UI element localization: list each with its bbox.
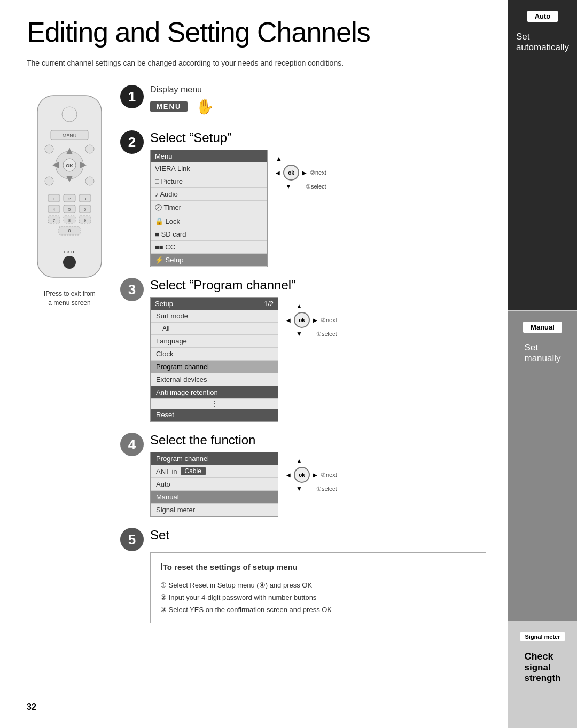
ant-label: ANT in	[156, 467, 177, 475]
setup-item-dots: ⋮	[151, 399, 278, 409]
step-3-title: Select “Program channel”	[150, 278, 486, 293]
func-item-auto: Auto	[151, 478, 278, 491]
svg-text:3: 3	[84, 197, 87, 201]
step-1: 1 Display menu MENU ✋	[120, 85, 486, 120]
svg-text:5: 5	[68, 207, 71, 212]
nav-select-3: ①select	[316, 331, 337, 338]
reset-title: ITo reset the settings of setup menu	[160, 559, 476, 576]
svg-point-14	[85, 177, 94, 185]
sidebar: Auto Set automatically Manual Set manual…	[508, 0, 577, 728]
svg-text:7: 7	[53, 218, 56, 223]
step-4-circle: 4	[120, 433, 144, 456]
setup-item-clock: Clock	[151, 348, 278, 361]
auto-automatically: automatically	[516, 42, 569, 53]
step-2: 2 Select “Setup” Menu VIERA Link □ Pictu…	[120, 130, 486, 267]
step-2-nav-controls: ▲ ◀ ok ▶ ②next ▼ ①select	[276, 155, 326, 190]
setup-header-label: Setup	[155, 300, 173, 308]
nav-next-3: ②next	[321, 317, 337, 324]
step-2-nav: Menu VIERA Link □ Picture ♪ Audio Ⓩ Time…	[150, 150, 486, 267]
sidebar-auto: Auto Set automatically	[508, 0, 577, 311]
svg-point-11	[45, 145, 53, 153]
auto-badge: Auto	[527, 11, 558, 22]
setup-header-page: 1/2	[264, 300, 274, 308]
step-3-nav: Setup 1/2 Surf mode All Language Clock P…	[150, 297, 486, 422]
setup-item-language: Language	[151, 335, 278, 348]
remote-svg: MENU OK	[27, 90, 112, 293]
step-2-content: Select “Setup” Menu VIERA Link □ Picture…	[150, 130, 486, 267]
svg-text:0: 0	[68, 228, 71, 233]
step-3-nav-controls: ▲ ◀ ok ▶ ②next ▼ ①select	[286, 302, 337, 338]
step-1-content: Display menu MENU ✋	[150, 85, 486, 120]
setup-item-program: Program channel	[151, 361, 278, 373]
step-5: 5 Set ITo reset the settings of setup me…	[120, 528, 486, 623]
menu-item-sd: ■ SD card	[151, 228, 267, 241]
step-2-circle: 2	[120, 130, 144, 154]
svg-text:4: 4	[53, 207, 56, 212]
step-5-circle: 5	[120, 528, 144, 551]
reset-step-3: ③ Select YES on the confirmation screen …	[160, 604, 476, 616]
svg-text:MENU: MENU	[63, 133, 77, 138]
setup-item-surf: Surf mode	[151, 310, 278, 323]
step-2-title: Select “Setup”	[150, 130, 486, 145]
auto-label: Set automatically	[516, 32, 569, 53]
svg-point-12	[85, 145, 94, 153]
func-item-signal: Signal meter	[151, 504, 278, 516]
menu-item-picture: □ Picture	[151, 175, 267, 188]
step-1-row: MENU OK	[27, 85, 486, 623]
sidebar-signal: Signal meter Check signal strength	[508, 621, 577, 728]
menu-item-lock: 🔒 Lock	[151, 215, 267, 228]
svg-text:8: 8	[68, 218, 71, 223]
nav-next-4: ②next	[321, 472, 337, 479]
press-text: Press to exit from	[45, 290, 95, 298]
step-3-header: Setup 1/2	[151, 298, 278, 310]
svg-text:OK: OK	[66, 163, 73, 168]
set-divider	[175, 538, 486, 538]
setup-item-reset: Reset	[151, 409, 278, 421]
nav-next-2: ②next	[310, 169, 326, 176]
step-2-menu-header: Menu	[151, 150, 267, 162]
manual-manually: manually	[524, 353, 560, 364]
reset-step-1: ① Select Reset in Setup menu (④) and pre…	[160, 579, 476, 591]
step-4-header: Program channel	[151, 452, 278, 465]
nav-select-4: ①select	[316, 486, 337, 492]
svg-point-36	[63, 256, 76, 269]
strength-label: strength	[525, 673, 561, 684]
check-label: Check	[525, 651, 561, 662]
setup-item-all: All	[151, 323, 278, 335]
step-5-content: Set ITo reset the settings of setup menu…	[150, 528, 486, 623]
svg-text:6: 6	[84, 207, 87, 212]
step-1-circle: 1	[120, 85, 144, 108]
step-4-nav-controls: ▲ ◀ ok ▶ ②next ▼ ①select	[286, 457, 337, 492]
menu-item-audio: ♪ Audio	[151, 188, 267, 201]
svg-text:2: 2	[68, 197, 71, 201]
step-4-panel: Program channel ANT in Cable Auto Manual…	[150, 452, 278, 517]
menu-item-viera: VIERA Link	[151, 162, 267, 175]
step-4-title: Select the function	[150, 433, 486, 448]
ok-button-3[interactable]: ok	[294, 312, 310, 328]
ok-button-2[interactable]: ok	[283, 165, 299, 181]
remote-illustration: MENU OK	[27, 90, 112, 308]
step-3-panel: Setup 1/2 Surf mode All Language Clock P…	[150, 297, 278, 422]
steps-column: 1 Display menu MENU ✋ 2 Select “Setup”	[120, 85, 486, 623]
manual-label: Set manually	[524, 342, 560, 364]
sidebar-manual: Manual Set manually	[508, 311, 577, 622]
svg-text:9: 9	[84, 218, 87, 223]
step-5-title-row: Set	[150, 528, 486, 548]
main-content: Editing and Setting Channels The current…	[0, 0, 508, 728]
svg-point-13	[45, 177, 53, 185]
menu-item-cc: ■■ CC	[151, 241, 267, 254]
ok-button-4[interactable]: ok	[294, 467, 310, 483]
manual-set: Set	[524, 342, 560, 353]
intro-text: The current channel settings can be chan…	[27, 58, 486, 69]
step-1-menu-row: MENU ✋	[150, 98, 486, 115]
svg-text:1: 1	[53, 197, 56, 201]
page-title: Editing and Setting Channels	[27, 16, 486, 48]
nav-select-2: ①select	[306, 183, 326, 190]
page: Editing and Setting Channels The current…	[0, 0, 577, 728]
page-number: 32	[27, 702, 36, 712]
cable-badge: Cable	[181, 467, 206, 475]
signal-badge: Signal meter	[520, 632, 564, 641]
setup-item-external: External devices	[151, 373, 278, 386]
auto-set: Set	[516, 32, 569, 42]
step-4: 4 Select the function Program channel AN…	[120, 433, 486, 517]
